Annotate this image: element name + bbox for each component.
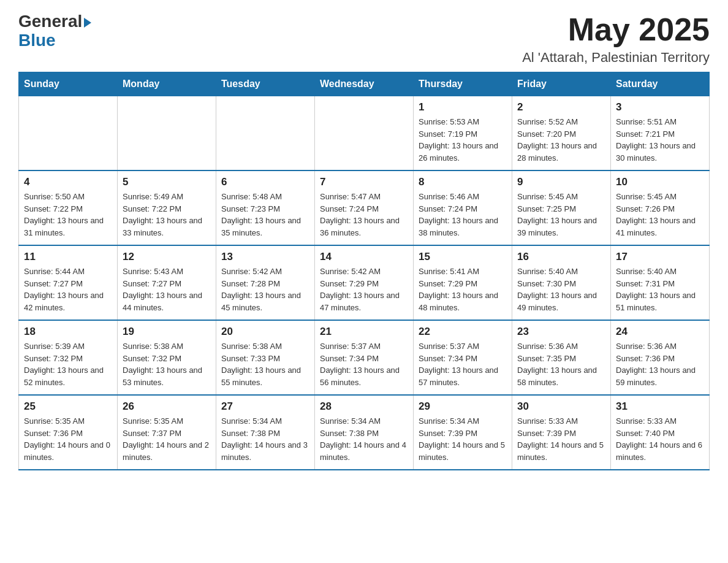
day-info: Sunrise: 5:36 AM Sunset: 7:35 PM Dayligh… (517, 340, 605, 388)
day-info: Sunrise: 5:41 AM Sunset: 7:29 PM Dayligh… (419, 266, 507, 313)
day-number: 2 (517, 101, 605, 113)
header-right: May 2025 Al 'Attarah, Palestinian Territ… (522, 12, 710, 66)
calendar-cell: 16Sunrise: 5:40 AM Sunset: 7:30 PM Dayli… (512, 245, 611, 320)
day-number: 17 (616, 251, 704, 263)
calendar-cell: 7Sunrise: 5:47 AM Sunset: 7:24 PM Daylig… (315, 170, 414, 245)
calendar-cell: 9Sunrise: 5:45 AM Sunset: 7:25 PM Daylig… (512, 170, 611, 245)
day-info: Sunrise: 5:34 AM Sunset: 7:38 PM Dayligh… (320, 415, 408, 463)
day-info: Sunrise: 5:40 AM Sunset: 7:30 PM Dayligh… (517, 266, 605, 313)
day-number: 27 (221, 400, 309, 413)
day-info: Sunrise: 5:43 AM Sunset: 7:27 PM Dayligh… (123, 266, 211, 313)
calendar-weekday-tuesday: Tuesday (216, 72, 315, 96)
day-info: Sunrise: 5:37 AM Sunset: 7:34 PM Dayligh… (320, 340, 408, 388)
calendar-cell (315, 96, 414, 171)
day-number: 16 (517, 251, 605, 263)
calendar-cell: 11Sunrise: 5:44 AM Sunset: 7:27 PM Dayli… (19, 245, 118, 320)
day-info: Sunrise: 5:34 AM Sunset: 7:38 PM Dayligh… (221, 415, 309, 463)
day-info: Sunrise: 5:34 AM Sunset: 7:39 PM Dayligh… (419, 415, 507, 463)
day-info: Sunrise: 5:39 AM Sunset: 7:32 PM Dayligh… (24, 340, 112, 388)
day-number: 25 (24, 400, 112, 413)
calendar-week-row: 4Sunrise: 5:50 AM Sunset: 7:22 PM Daylig… (19, 170, 710, 245)
day-info: Sunrise: 5:45 AM Sunset: 7:26 PM Dayligh… (616, 191, 704, 239)
day-number: 18 (24, 326, 112, 338)
calendar-cell: 23Sunrise: 5:36 AM Sunset: 7:35 PM Dayli… (512, 320, 611, 395)
calendar-cell: 15Sunrise: 5:41 AM Sunset: 7:29 PM Dayli… (414, 245, 512, 320)
page-header: General Blue May 2025 Al 'Attarah, Pales… (18, 12, 710, 66)
day-info: Sunrise: 5:38 AM Sunset: 7:32 PM Dayligh… (123, 340, 211, 388)
calendar-cell: 20Sunrise: 5:38 AM Sunset: 7:33 PM Dayli… (216, 320, 315, 395)
calendar-weekday-wednesday: Wednesday (315, 72, 414, 96)
calendar-weekday-friday: Friday (512, 72, 611, 96)
calendar-cell: 25Sunrise: 5:35 AM Sunset: 7:36 PM Dayli… (19, 395, 118, 470)
day-number: 11 (24, 251, 112, 263)
day-info: Sunrise: 5:33 AM Sunset: 7:39 PM Dayligh… (517, 415, 605, 463)
day-number: 9 (517, 176, 605, 188)
day-number: 5 (123, 176, 211, 188)
calendar-cell: 22Sunrise: 5:37 AM Sunset: 7:34 PM Dayli… (414, 320, 512, 395)
day-info: Sunrise: 5:33 AM Sunset: 7:40 PM Dayligh… (616, 415, 704, 463)
day-number: 21 (320, 326, 408, 338)
calendar-week-row: 11Sunrise: 5:44 AM Sunset: 7:27 PM Dayli… (19, 245, 710, 320)
calendar-body: 1Sunrise: 5:53 AM Sunset: 7:19 PM Daylig… (19, 96, 710, 470)
day-info: Sunrise: 5:51 AM Sunset: 7:21 PM Dayligh… (616, 116, 704, 164)
calendar-week-row: 18Sunrise: 5:39 AM Sunset: 7:32 PM Dayli… (19, 320, 710, 395)
day-number: 30 (517, 400, 605, 413)
day-number: 12 (123, 251, 211, 263)
location-title: Al 'Attarah, Palestinian Territory (522, 50, 710, 66)
calendar-header: SundayMondayTuesdayWednesdayThursdayFrid… (19, 72, 710, 96)
day-info: Sunrise: 5:42 AM Sunset: 7:29 PM Dayligh… (320, 266, 408, 313)
calendar-header-row: SundayMondayTuesdayWednesdayThursdayFrid… (19, 72, 710, 96)
day-number: 15 (419, 251, 507, 263)
day-info: Sunrise: 5:46 AM Sunset: 7:24 PM Dayligh… (419, 191, 507, 239)
calendar-cell: 18Sunrise: 5:39 AM Sunset: 7:32 PM Dayli… (19, 320, 118, 395)
day-info: Sunrise: 5:37 AM Sunset: 7:34 PM Dayligh… (419, 340, 507, 388)
calendar-cell (118, 96, 216, 171)
calendar-cell: 1Sunrise: 5:53 AM Sunset: 7:19 PM Daylig… (414, 96, 512, 171)
calendar-table: SundayMondayTuesdayWednesdayThursdayFrid… (18, 72, 710, 470)
day-number: 6 (221, 176, 309, 188)
calendar-cell: 30Sunrise: 5:33 AM Sunset: 7:39 PM Dayli… (512, 395, 611, 470)
day-info: Sunrise: 5:42 AM Sunset: 7:28 PM Dayligh… (221, 266, 309, 313)
calendar-cell: 24Sunrise: 5:36 AM Sunset: 7:36 PM Dayli… (611, 320, 710, 395)
calendar-cell: 8Sunrise: 5:46 AM Sunset: 7:24 PM Daylig… (414, 170, 512, 245)
calendar-weekday-thursday: Thursday (414, 72, 512, 96)
calendar-cell: 26Sunrise: 5:35 AM Sunset: 7:37 PM Dayli… (118, 395, 216, 470)
calendar-week-row: 25Sunrise: 5:35 AM Sunset: 7:36 PM Dayli… (19, 395, 710, 470)
calendar-weekday-saturday: Saturday (611, 72, 710, 96)
day-info: Sunrise: 5:49 AM Sunset: 7:22 PM Dayligh… (123, 191, 211, 239)
calendar-weekday-monday: Monday (118, 72, 216, 96)
day-info: Sunrise: 5:53 AM Sunset: 7:19 PM Dayligh… (419, 116, 507, 164)
day-info: Sunrise: 5:52 AM Sunset: 7:20 PM Dayligh… (517, 116, 605, 164)
calendar-cell: 3Sunrise: 5:51 AM Sunset: 7:21 PM Daylig… (611, 96, 710, 171)
day-info: Sunrise: 5:35 AM Sunset: 7:37 PM Dayligh… (123, 415, 211, 463)
logo-blue: Blue (18, 31, 56, 50)
day-number: 20 (221, 326, 309, 338)
day-number: 8 (419, 176, 507, 188)
logo-general: General (18, 12, 91, 31)
day-info: Sunrise: 5:36 AM Sunset: 7:36 PM Dayligh… (616, 340, 704, 388)
day-info: Sunrise: 5:45 AM Sunset: 7:25 PM Dayligh… (517, 191, 605, 239)
calendar-cell: 13Sunrise: 5:42 AM Sunset: 7:28 PM Dayli… (216, 245, 315, 320)
calendar-cell (19, 96, 118, 171)
calendar-cell: 10Sunrise: 5:45 AM Sunset: 7:26 PM Dayli… (611, 170, 710, 245)
day-number: 1 (419, 101, 507, 113)
calendar-cell: 28Sunrise: 5:34 AM Sunset: 7:38 PM Dayli… (315, 395, 414, 470)
day-info: Sunrise: 5:40 AM Sunset: 7:31 PM Dayligh… (616, 266, 704, 313)
calendar-cell (216, 96, 315, 171)
calendar-cell: 17Sunrise: 5:40 AM Sunset: 7:31 PM Dayli… (611, 245, 710, 320)
calendar-cell: 4Sunrise: 5:50 AM Sunset: 7:22 PM Daylig… (19, 170, 118, 245)
calendar-cell: 27Sunrise: 5:34 AM Sunset: 7:38 PM Dayli… (216, 395, 315, 470)
calendar-cell: 6Sunrise: 5:48 AM Sunset: 7:23 PM Daylig… (216, 170, 315, 245)
day-info: Sunrise: 5:44 AM Sunset: 7:27 PM Dayligh… (24, 266, 112, 313)
day-number: 31 (616, 400, 704, 413)
calendar-cell: 21Sunrise: 5:37 AM Sunset: 7:34 PM Dayli… (315, 320, 414, 395)
day-info: Sunrise: 5:35 AM Sunset: 7:36 PM Dayligh… (24, 415, 112, 463)
day-number: 29 (419, 400, 507, 413)
day-number: 24 (616, 326, 704, 338)
day-number: 10 (616, 176, 704, 188)
day-info: Sunrise: 5:47 AM Sunset: 7:24 PM Dayligh… (320, 191, 408, 239)
day-number: 22 (419, 326, 507, 338)
calendar-weekday-sunday: Sunday (19, 72, 118, 96)
logo: General Blue (18, 12, 91, 50)
calendar-cell: 19Sunrise: 5:38 AM Sunset: 7:32 PM Dayli… (118, 320, 216, 395)
